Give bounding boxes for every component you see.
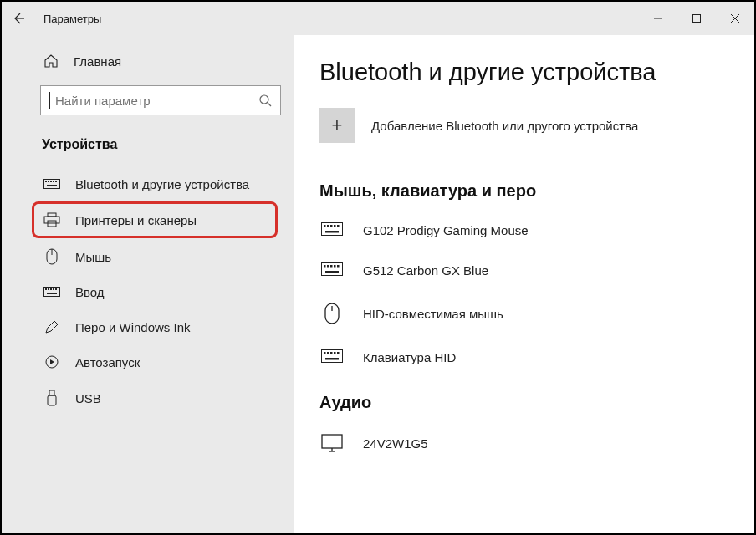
keyboard-icon [43, 287, 60, 298]
svg-rect-50 [325, 358, 339, 360]
device-label: Клавиатура HID [363, 350, 456, 364]
sidebar-item-pen[interactable]: Перо и Windows Ink [2, 309, 294, 344]
add-device-button[interactable]: + Добавление Bluetooth или другого устро… [319, 108, 729, 143]
svg-rect-1 [693, 15, 701, 23]
svg-rect-10 [53, 181, 54, 182]
svg-rect-34 [325, 231, 339, 233]
printer-icon [43, 212, 60, 227]
svg-rect-27 [48, 395, 56, 405]
svg-rect-20 [48, 288, 49, 290]
svg-rect-8 [48, 181, 49, 182]
keyboard-icon [319, 262, 345, 278]
pen-icon [43, 319, 60, 334]
titlebar: Параметры [2, 2, 754, 35]
page-title: Bluetooth и другие устройства [319, 59, 729, 86]
device-row[interactable]: G512 Carbon GX Blue [319, 254, 729, 294]
device-label: G512 Carbon GX Blue [363, 263, 488, 278]
svg-rect-33 [337, 225, 340, 227]
svg-rect-44 [322, 350, 343, 363]
maximize-button[interactable] [677, 2, 716, 35]
keyboard-icon [319, 222, 345, 237]
search-icon [258, 94, 272, 107]
sidebar-item-label: Мышь [75, 250, 111, 264]
close-button[interactable] [716, 2, 754, 35]
svg-point-4 [260, 95, 268, 104]
section-title-input: Мышь, клавиатура и перо [319, 181, 729, 201]
search-input[interactable] [40, 85, 281, 115]
keyboard-icon [43, 179, 60, 191]
svg-rect-14 [44, 217, 59, 223]
main-content: Bluetooth и другие устройства + Добавлен… [294, 35, 754, 533]
svg-rect-41 [325, 271, 339, 273]
svg-rect-47 [330, 352, 333, 354]
device-label: HID-совместимая мышь [363, 307, 503, 321]
svg-rect-37 [327, 265, 329, 268]
sidebar-item-typing[interactable]: Ввод [2, 275, 294, 309]
mouse-icon [319, 303, 345, 324]
device-row[interactable]: HID-совместимая мышь [319, 294, 729, 341]
svg-rect-45 [324, 352, 326, 354]
svg-rect-38 [330, 265, 333, 268]
usb-icon [43, 390, 60, 406]
svg-rect-35 [322, 263, 343, 276]
sidebar-category: Устройства [2, 130, 294, 167]
svg-rect-48 [334, 352, 336, 354]
window-title: Параметры [43, 13, 101, 25]
monitor-icon [319, 434, 345, 452]
svg-rect-36 [324, 265, 326, 268]
sidebar-item-label: Bluetooth и другие устройства [75, 177, 249, 191]
sidebar-item-label: Ввод [75, 285, 105, 299]
sidebar-item-label: Перо и Windows Ink [75, 320, 191, 334]
home-icon [43, 54, 59, 69]
svg-rect-32 [334, 225, 336, 227]
home-label: Главная [74, 54, 121, 69]
svg-rect-23 [55, 288, 57, 290]
device-label: G102 Prodigy Gaming Mouse [363, 223, 529, 237]
device-label: 24V2W1G5 [363, 436, 428, 451]
svg-rect-46 [327, 352, 329, 354]
svg-rect-26 [49, 390, 54, 395]
svg-rect-9 [50, 181, 52, 182]
search-field[interactable] [55, 94, 258, 108]
sidebar-item-label: Автозапуск [75, 355, 140, 369]
device-row[interactable]: G102 Prodigy Gaming Mouse [319, 214, 729, 254]
device-row[interactable]: Клавиатура HID [319, 341, 729, 381]
svg-rect-13 [48, 213, 56, 217]
svg-rect-49 [337, 352, 340, 354]
svg-rect-11 [55, 181, 57, 182]
mouse-icon [43, 248, 60, 265]
svg-rect-28 [322, 223, 343, 236]
svg-rect-40 [337, 265, 340, 268]
back-button[interactable] [2, 2, 35, 35]
svg-rect-7 [45, 181, 47, 182]
sidebar-item-usb[interactable]: USB [2, 380, 294, 416]
svg-rect-31 [330, 225, 333, 227]
svg-rect-30 [327, 225, 329, 227]
svg-rect-19 [45, 288, 47, 290]
home-link[interactable]: Главная [2, 47, 294, 75]
autoplay-icon [43, 354, 60, 369]
minimize-button[interactable] [639, 2, 677, 35]
sidebar-item-autoplay[interactable]: Автозапуск [2, 344, 294, 380]
text-caret [49, 92, 50, 109]
sidebar-item-bluetooth[interactable]: Bluetooth и другие устройства [2, 167, 294, 201]
svg-rect-22 [53, 288, 54, 290]
sidebar-item-label: Принтеры и сканеры [75, 213, 197, 227]
add-device-label: Добавление Bluetooth или другого устройс… [371, 119, 638, 133]
svg-rect-51 [322, 435, 342, 448]
sidebar-item-mouse[interactable]: Мышь [2, 238, 294, 275]
sidebar-item-label: USB [75, 391, 101, 405]
svg-rect-21 [50, 288, 52, 290]
svg-rect-39 [334, 265, 336, 268]
svg-rect-12 [47, 185, 57, 186]
keyboard-icon [319, 349, 345, 364]
device-row[interactable]: 24V2W1G5 [319, 425, 729, 469]
svg-rect-24 [47, 293, 57, 294]
svg-rect-29 [324, 225, 326, 227]
section-title-audio: Аудио [319, 393, 729, 412]
sidebar: Главная Устройства Bluetooth и другие ус… [2, 35, 294, 533]
plus-icon: + [319, 108, 355, 143]
sidebar-item-printers[interactable]: Принтеры и сканеры [32, 201, 278, 238]
svg-line-5 [268, 103, 271, 106]
